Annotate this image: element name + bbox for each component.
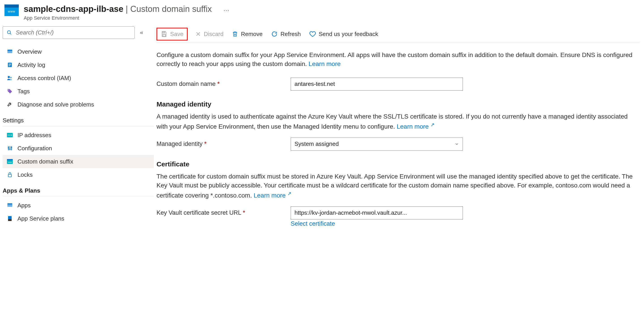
intro-description: Configure a custom domain suffix for you… (156, 50, 640, 69)
tag-icon (6, 88, 14, 94)
resource-type-subtitle: App Service Environment (24, 15, 212, 21)
svg-rect-19 (10, 149, 10, 150)
sidebar-item-activity-log[interactable]: Activity log (3, 58, 154, 72)
sidebar-item-configuration[interactable]: Configuration (3, 142, 154, 155)
plan-icon (6, 216, 14, 222)
svg-rect-28 (8, 219, 12, 221)
search-input-container[interactable] (3, 26, 134, 39)
sidebar-item-locks[interactable]: Locks (3, 168, 154, 182)
sidebar-item-label: App Service plans (18, 215, 64, 222)
key-vault-url-label: Key Vault certificate secret URL * (156, 209, 291, 216)
remove-button[interactable]: Remove (231, 29, 264, 39)
sidebar-item-label: Tags (18, 88, 30, 95)
sidebar-item-app-service-plans[interactable]: App Service plans (3, 212, 154, 225)
page-title: sample-cdns-app-ilb-ase | Custom domain … (24, 4, 212, 14)
resource-icon: www (4, 4, 19, 16)
svg-point-0 (8, 31, 10, 34)
svg-point-8 (8, 76, 10, 78)
trash-icon (232, 31, 238, 37)
collapse-sidebar-icon[interactable]: « (140, 29, 143, 36)
svg-point-12 (8, 135, 9, 136)
sidebar-item-label: Activity log (18, 62, 45, 68)
sidebar-section-settings: Settings (3, 111, 154, 126)
heart-icon (309, 31, 316, 37)
refresh-button[interactable]: Refresh (270, 29, 302, 39)
svg-point-10 (8, 90, 9, 90)
discard-button[interactable]: Discard (194, 29, 224, 39)
managed-identity-title: Managed identity (156, 100, 640, 108)
key-vault-url-input[interactable] (291, 206, 463, 220)
log-icon (6, 62, 14, 68)
svg-rect-24 (8, 174, 12, 177)
svg-line-1 (10, 33, 11, 34)
sidebar-item-label: Apps (18, 202, 31, 209)
close-icon (195, 31, 201, 37)
sidebar-item-ip-addresses[interactable]: IP addresses (3, 128, 154, 142)
sidebar-section-apps-plans: Apps & Plans (3, 182, 154, 196)
learn-more-link-certificate[interactable]: Learn more ↗ (254, 192, 291, 199)
learn-more-link[interactable]: Learn more (308, 60, 340, 67)
people-icon (6, 75, 14, 81)
sidebar-item-label: Access control (IAM) (18, 75, 71, 82)
select-certificate-link[interactable]: Select certificate (291, 220, 640, 227)
svg-rect-7 (9, 66, 10, 66)
svg-text:www: www (8, 161, 12, 163)
managed-identity-field-row: Managed identity * System assigned (156, 138, 640, 150)
custom-domain-label: Custom domain name * (156, 80, 291, 88)
chevron-down-icon (454, 142, 459, 146)
svg-rect-16 (10, 146, 10, 150)
custom-domain-field-row: Custom domain name * (156, 78, 640, 90)
svg-rect-18 (8, 148, 9, 148)
svg-rect-20 (11, 147, 12, 148)
managed-identity-description: A managed identity is used to authentica… (156, 112, 640, 131)
certificate-description: The certificate for custom domain suffix… (156, 172, 640, 200)
svg-rect-5 (9, 64, 11, 64)
lock-icon (6, 172, 14, 178)
sidebar-item-label: Custom domain suffix (18, 158, 73, 165)
save-button[interactable]: Save (156, 28, 188, 40)
managed-identity-select[interactable]: System assigned (291, 138, 463, 150)
sidebar-item-label: Configuration (18, 145, 52, 152)
sidebar-item-custom-domain-suffix[interactable]: www Custom domain suffix (3, 155, 154, 168)
main-content: Save Discard Remove Refresh (156, 26, 644, 323)
svg-rect-3 (8, 50, 12, 51)
svg-rect-17 (11, 146, 12, 150)
refresh-icon (271, 31, 278, 37)
save-icon (161, 31, 168, 37)
svg-point-13 (10, 135, 10, 136)
learn-more-link-managed-identity[interactable]: Learn more ↗ (397, 123, 434, 130)
search-icon (6, 30, 13, 35)
managed-identity-label: Managed identity * (156, 140, 291, 148)
feedback-button[interactable]: Send us your feedback (308, 29, 379, 39)
svg-rect-26 (8, 204, 12, 204)
page-header: www sample-cdns-app-ilb-ase | Custom dom… (0, 0, 644, 26)
sidebar-item-diagnose[interactable]: Diagnose and solve problems (3, 98, 154, 111)
svg-rect-6 (9, 65, 11, 65)
svg-point-14 (11, 135, 12, 136)
sidebar-item-access-control[interactable]: Access control (IAM) (3, 72, 154, 85)
domain-icon: www (6, 159, 14, 164)
external-link-icon: ↗ (430, 122, 434, 128)
more-actions-icon[interactable]: ··· (224, 7, 229, 14)
sidebar: « Overview Activity log Access control (… (0, 26, 156, 323)
svg-rect-22 (7, 159, 13, 160)
certificate-title: Certificate (156, 160, 640, 168)
search-input[interactable] (16, 29, 131, 36)
sidebar-item-apps[interactable]: Apps (3, 199, 154, 212)
globe-icon (6, 49, 14, 54)
wrench-icon (6, 102, 14, 107)
sidebar-item-label: Diagnose and solve problems (18, 101, 94, 108)
sidebar-item-label: Overview (18, 48, 42, 55)
sidebar-item-label: IP addresses (18, 132, 51, 139)
config-icon (6, 146, 14, 151)
sidebar-item-tags[interactable]: Tags (3, 85, 154, 98)
svg-rect-29 (163, 32, 165, 33)
svg-rect-30 (163, 34, 165, 37)
svg-point-9 (10, 77, 12, 78)
external-link-icon: ↗ (287, 191, 291, 196)
toolbar: Save Discard Remove Refresh (156, 26, 640, 43)
sidebar-item-overview[interactable]: Overview (3, 45, 154, 58)
resource-icon-label: www (8, 10, 15, 13)
sidebar-item-label: Locks (18, 171, 33, 178)
custom-domain-input[interactable] (291, 78, 463, 90)
